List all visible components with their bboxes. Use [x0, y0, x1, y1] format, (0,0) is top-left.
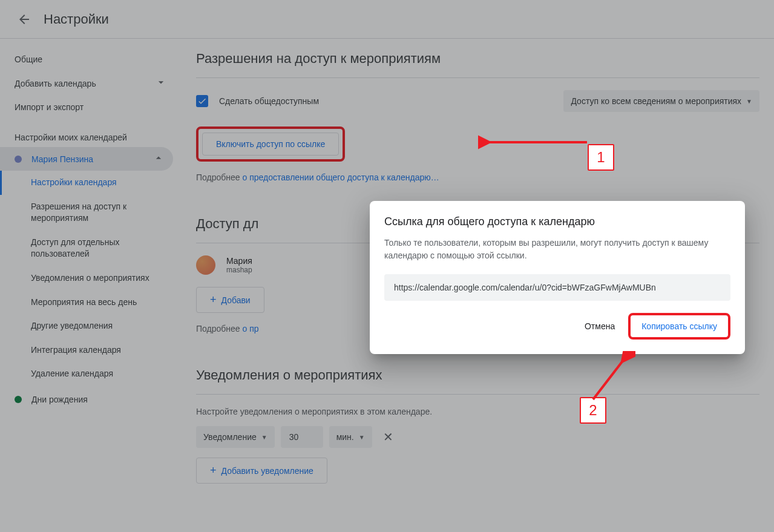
share-link-button[interactable]: Включить доступ по ссылке — [202, 133, 339, 156]
sidebar-sub-permissions[interactable]: Разрешения на доступ к мероприятиям — [0, 195, 182, 231]
triangle-down-icon: ▼ — [746, 98, 752, 105]
section-permissions: Разрешения на доступ к мероприятиям Сдел… — [196, 51, 759, 182]
helper-prefix: Подробнее — [196, 172, 243, 182]
back-button[interactable] — [12, 7, 36, 31]
notification-unit-select[interactable]: мин. ▼ — [329, 426, 372, 448]
sidebar-sub-individual[interactable]: Доступ для отдельных пользователей — [0, 231, 182, 266]
user-email: mashap — [226, 266, 252, 274]
share-link-dialog: Ссылка для общего доступа к календарю То… — [370, 201, 745, 354]
add-notification-label: Добавить уведомление — [221, 466, 313, 476]
access-level-dropdown[interactable]: Доступ ко всем сведениям о мероприятиях … — [563, 90, 759, 112]
sidebar-section-my-calendars: Настройки моих календарей — [0, 118, 182, 147]
annotation-marker-1: 1 — [588, 144, 614, 171]
notification-unit-text: мин. — [336, 432, 354, 442]
public-checkbox-row: Сделать общедоступным Доступ ко всем све… — [196, 90, 759, 112]
annotation-marker-2: 2 — [580, 397, 606, 424]
divider — [196, 77, 759, 78]
sidebar-sub-settings[interactable]: Настройки календаря — [0, 171, 182, 195]
sidebar-calendar-maria[interactable]: Мария Пензина — [0, 147, 173, 171]
notifications-subtitle: Настройте уведомления о мероприятиях в э… — [196, 407, 759, 416]
chevron-up-icon — [153, 152, 165, 166]
notification-row: Уведомление ▼ мин. ▼ ✕ — [196, 426, 759, 448]
user-name: Мария — [226, 256, 252, 266]
add-user-label: Добави — [221, 295, 251, 305]
sidebar-sub-other-notif[interactable]: Другие уведомления — [0, 314, 182, 338]
notifications-title: Уведомления о мероприятиях — [196, 367, 759, 383]
share-link-label: Включить доступ по ссылке — [216, 139, 325, 149]
plus-icon: + — [210, 464, 217, 477]
sidebar-sub-notifications[interactable]: Уведомления о мероприятиях — [0, 266, 182, 291]
share-url-field[interactable]: https://calendar.google.com/calendar/u/0… — [384, 274, 730, 301]
notification-value-input[interactable] — [281, 426, 323, 448]
calendar-name-label: Мария Пензина — [31, 154, 153, 164]
public-checkbox[interactable] — [196, 95, 208, 107]
settings-header: Настройки — [0, 0, 774, 39]
dialog-cancel-button[interactable]: Отмена — [576, 317, 623, 336]
add-notification-button[interactable]: + Добавить уведомление — [196, 458, 327, 484]
calendar-color-dot — [15, 156, 22, 163]
plus-icon: + — [210, 294, 217, 306]
chevron-down-icon — [155, 76, 167, 90]
annotation-highlight-1: Включить доступ по ссылке — [196, 126, 345, 162]
check-icon — [197, 96, 207, 106]
section-notifications: Уведомления о мероприятиях Настройте уве… — [196, 367, 759, 484]
public-label: Сделать общедоступным — [219, 96, 319, 106]
sidebar-general[interactable]: Общие — [0, 48, 182, 70]
permissions-learn-more-link[interactable]: о предоставлении общего доступа к календ… — [243, 172, 439, 182]
permissions-title: Разрешения на доступ к мероприятиям — [196, 51, 759, 67]
permissions-helper: Подробнее о предоставлении общего доступ… — [196, 172, 759, 182]
calendar-name-label: Дни рождения — [31, 395, 165, 404]
notification-type-select[interactable]: Уведомление ▼ — [196, 426, 275, 448]
arrow-left-icon — [17, 12, 31, 27]
page-title: Настройки — [44, 11, 109, 27]
sidebar: Общие Добавить календарь Импорт и экспор… — [0, 39, 182, 532]
calendar-color-dot — [15, 396, 22, 403]
sidebar-import-export[interactable]: Импорт и экспорт — [0, 96, 182, 118]
sidebar-add-calendar[interactable]: Добавить календарь — [0, 70, 182, 96]
sidebar-sub-allday[interactable]: Мероприятия на весь день — [0, 291, 182, 315]
dialog-actions: Отмена Копировать ссылку — [384, 313, 730, 340]
annotation-highlight-2: Копировать ссылку — [628, 313, 730, 340]
sidebar-add-calendar-label: Добавить календарь — [15, 79, 96, 88]
triangle-down-icon: ▼ — [359, 434, 365, 441]
divider — [196, 394, 759, 395]
notification-type-text: Уведомление — [203, 432, 257, 442]
triangle-down-icon: ▼ — [261, 434, 267, 441]
access-level-text: Доступ ко всем сведениям о мероприятиях — [571, 96, 741, 106]
sidebar-sub-integration[interactable]: Интеграция календаря — [0, 338, 182, 363]
helper-prefix: Подробнее — [196, 324, 243, 333]
sidebar-sub-delete[interactable]: Удаление календаря — [0, 362, 182, 386]
dialog-title: Ссылка для общего доступа к календарю — [384, 215, 730, 228]
sidebar-calendar-birthdays[interactable]: Дни рождения — [0, 390, 173, 409]
user-avatar — [196, 255, 215, 275]
individual-learn-more-link[interactable]: о пр — [243, 324, 259, 333]
dialog-description: Только те пользователи, которым вы разре… — [384, 237, 730, 262]
add-user-button[interactable]: + Добави — [196, 287, 264, 313]
dialog-copy-button[interactable]: Копировать ссылку — [633, 317, 726, 336]
remove-notification-button[interactable]: ✕ — [378, 430, 398, 444]
